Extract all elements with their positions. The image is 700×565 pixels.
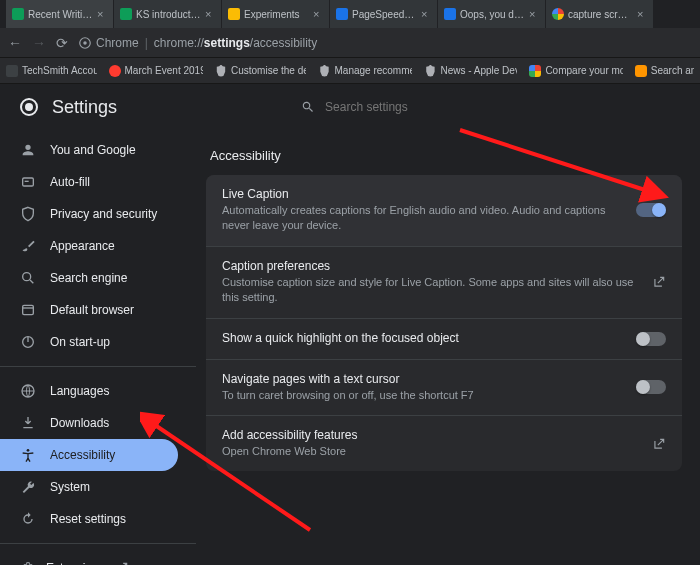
bookmark[interactable]: Manage recomme…	[318, 65, 412, 77]
bookmark[interactable]: Search and	[635, 65, 694, 77]
bookmark-label: Compare your mo…	[545, 65, 622, 76]
svg-point-1	[83, 41, 87, 45]
row-title: Caption preferences	[222, 259, 640, 273]
toggle-quick-highlight[interactable]	[636, 332, 666, 346]
close-icon[interactable]: ×	[313, 8, 323, 20]
bookmark-icon	[318, 65, 330, 77]
bookmark-label: Customise the de…	[231, 65, 307, 76]
tab[interactable]: PageSpeed Insig×	[330, 0, 438, 28]
row-quick-highlight[interactable]: Show a quick highlight on the focused ob…	[206, 319, 682, 360]
tab[interactable]: Oops, you don't h×	[438, 0, 546, 28]
sidebar-item-autofill[interactable]: Auto-fill	[0, 166, 196, 198]
power-icon	[20, 334, 36, 350]
tab-title: Recent Writing -	[28, 9, 93, 20]
back-icon[interactable]: ←	[8, 35, 22, 51]
chrome-label: Chrome	[96, 36, 139, 50]
sidebar-item-appearance[interactable]: Appearance	[0, 230, 196, 262]
row-add-accessibility-features[interactable]: Add accessibility featuresOpen Chrome We…	[206, 416, 682, 471]
row-navigate-text-cursor[interactable]: Navigate pages with a text cursorTo turn…	[206, 360, 682, 416]
content: You and Google Auto-fill Privacy and sec…	[0, 130, 700, 565]
row-title: Add accessibility features	[222, 428, 640, 442]
bookmark[interactable]: Compare your mo…	[529, 65, 622, 77]
toggle-live-caption[interactable]	[636, 203, 666, 217]
chrome-icon	[78, 36, 92, 50]
browser-icon	[20, 302, 36, 318]
toggle-caret-browsing[interactable]	[636, 380, 666, 394]
bookmarks-bar: TechSmith Accou… March Event 2019… Custo…	[0, 58, 700, 84]
reload-icon[interactable]: ⟳	[56, 35, 68, 51]
url-path: chrome://settings/accessibility	[154, 36, 317, 50]
tab-title: Experiments	[244, 9, 309, 20]
sidebar-item-label: Privacy and security	[50, 207, 157, 221]
divider	[0, 366, 196, 367]
sidebar-item-label: Default browser	[50, 303, 134, 317]
row-title: Show a quick highlight on the focused ob…	[222, 331, 624, 345]
person-icon	[20, 142, 36, 158]
close-icon[interactable]: ×	[97, 8, 107, 20]
sidebar-item-system[interactable]: System	[0, 471, 196, 503]
row-subtitle: Open Chrome Web Store	[222, 444, 640, 459]
search-input[interactable]	[325, 100, 525, 114]
tab[interactable]: KS introduction S×	[114, 0, 222, 28]
sidebar-item-privacy[interactable]: Privacy and security	[0, 198, 196, 230]
bookmark-icon	[109, 65, 121, 77]
sidebar-item-downloads[interactable]: Downloads	[0, 407, 196, 439]
row-subtitle: To turn caret browsing on or off, use th…	[222, 388, 624, 403]
shield-icon	[20, 206, 36, 222]
sidebar-item-on-startup[interactable]: On start-up	[0, 326, 196, 358]
tabstrip: Recent Writing -× KS introduction S× Exp…	[0, 0, 700, 28]
close-icon[interactable]: ×	[205, 8, 215, 20]
autofill-icon	[20, 174, 36, 190]
row-title: Live Caption	[222, 187, 624, 201]
close-icon[interactable]: ×	[421, 8, 431, 20]
wrench-icon	[20, 479, 36, 495]
external-link-icon	[115, 561, 129, 565]
omnibox[interactable]: Chrome | chrome://settings/accessibility	[78, 36, 692, 50]
tab[interactable]: Recent Writing -×	[6, 0, 114, 28]
tab[interactable]: capture screensh×	[546, 0, 654, 28]
section-title: Accessibility	[210, 148, 682, 163]
svg-point-8	[27, 449, 30, 452]
sidebar-item-label: You and Google	[50, 143, 136, 157]
row-caption-preferences[interactable]: Caption preferencesCustomise caption siz…	[206, 247, 682, 319]
tab-favicon	[552, 8, 564, 20]
sidebar-item-you-and-google[interactable]: You and Google	[0, 134, 196, 166]
row-title: Navigate pages with a text cursor	[222, 372, 624, 386]
sidebar-item-languages[interactable]: Languages	[0, 375, 196, 407]
bookmark-label: Manage recomme…	[334, 65, 412, 76]
tab-title: PageSpeed Insig	[352, 9, 417, 20]
sidebar-item-label: Downloads	[50, 416, 109, 430]
bookmark[interactable]: Customise the de…	[215, 65, 307, 77]
browser-toolbar: ← → ⟳ Chrome | chrome://settings/accessi…	[0, 28, 700, 58]
forward-icon[interactable]: →	[32, 35, 46, 51]
bookmark-label: TechSmith Accou…	[22, 65, 97, 76]
tab[interactable]: Experiments×	[222, 0, 330, 28]
sidebar: You and Google Auto-fill Privacy and sec…	[0, 130, 196, 565]
bookmark-label: Search and	[651, 65, 694, 76]
sidebar-item-label: Reset settings	[50, 512, 126, 526]
bookmark-icon	[6, 65, 18, 77]
main: Accessibility Live CaptionAutomatically …	[196, 130, 700, 565]
sidebar-item-extensions[interactable]: Extensions	[0, 552, 196, 565]
sidebar-item-default-browser[interactable]: Default browser	[0, 294, 196, 326]
external-link-icon	[652, 275, 666, 289]
bookmark-icon	[635, 65, 647, 77]
bookmark[interactable]: TechSmith Accou…	[6, 65, 97, 77]
extension-icon	[20, 560, 36, 565]
tab-favicon	[12, 8, 24, 20]
bookmark[interactable]: March Event 2019…	[109, 65, 203, 77]
accessibility-card: Live CaptionAutomatically creates captio…	[206, 175, 682, 471]
sidebar-item-search-engine[interactable]: Search engine	[0, 262, 196, 294]
sidebar-item-label: System	[50, 480, 90, 494]
close-icon[interactable]: ×	[529, 8, 539, 20]
row-live-caption[interactable]: Live CaptionAutomatically creates captio…	[206, 175, 682, 247]
sidebar-item-reset[interactable]: Reset settings	[0, 503, 196, 535]
bookmark-icon	[215, 65, 227, 77]
search-wrapper	[301, 100, 525, 114]
chrome-chip: Chrome	[78, 36, 139, 50]
close-icon[interactable]: ×	[637, 8, 647, 20]
sidebar-item-accessibility[interactable]: Accessibility	[0, 439, 178, 471]
bookmark[interactable]: News - Apple Dev…	[424, 65, 517, 77]
bookmark-label: March Event 2019…	[125, 65, 203, 76]
sidebar-item-label: Extensions	[46, 561, 105, 565]
